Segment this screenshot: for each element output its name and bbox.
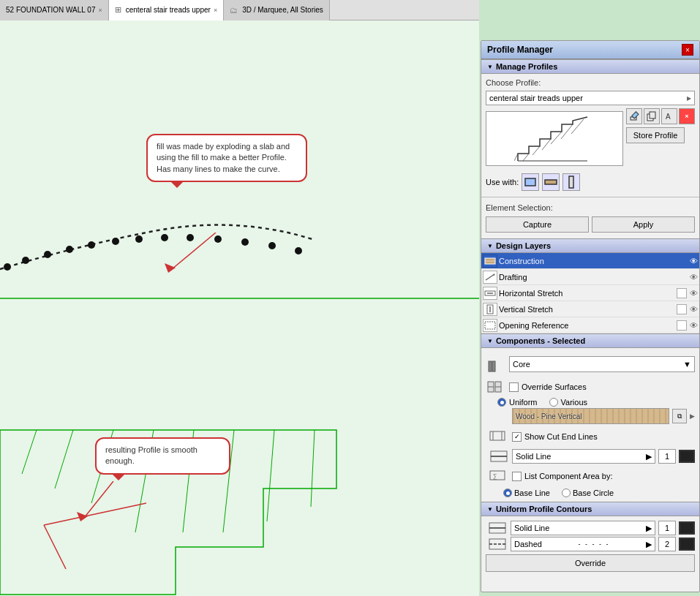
profile-dropdown[interactable]: centeral stair treads upper ▶ <box>486 91 695 105</box>
check-hstretch[interactable] <box>677 288 687 298</box>
svg-rect-73 <box>680 539 693 549</box>
solid-line-end <box>679 450 695 463</box>
override-surfaces-icon-space <box>486 377 506 396</box>
preview-section: A × Store Profile <box>486 108 695 169</box>
cut-end-icon-space <box>489 427 509 446</box>
svg-rect-44 <box>569 176 573 188</box>
base-line-radio[interactable] <box>503 489 512 497</box>
layer-row-hstretch[interactable]: Horizontal Stretch 👁 <box>481 285 699 301</box>
override-button[interactable]: Override <box>486 554 695 572</box>
use-with-row: Use with: <box>486 172 695 192</box>
contours-body: Solid Line ▶ 1 Dashed - - - - - ▶ <box>481 516 699 578</box>
choose-profile-label: Choose Profile: <box>486 78 541 87</box>
layer-row-opening[interactable]: Opening Reference 👁 <box>481 317 699 333</box>
check-opening[interactable] <box>677 320 687 331</box>
svg-rect-43 <box>545 180 557 184</box>
base-radio-row: Base Line Base Circle <box>486 489 695 497</box>
tab-foundation[interactable]: 52 FOUNDATION WALL 07 × <box>0 0 109 20</box>
eye-vstretch[interactable]: 👁 <box>690 305 698 314</box>
wood-copy-btn[interactable]: ⧉ <box>672 409 687 423</box>
solid-line-row: Solid Line ▶ 1 <box>486 449 695 464</box>
choose-profile-label-row: Choose Profile: <box>486 77 695 88</box>
uniform-label: Uniform <box>509 398 538 407</box>
rename-icon-btn[interactable]: A <box>661 108 677 124</box>
solid-line-dropdown[interactable]: Solid Line ▶ <box>512 449 655 464</box>
section-components: ▼ Components - Selected <box>481 333 699 348</box>
components-triangle: ▼ <box>487 338 493 344</box>
callout-resulting-text: resulting Profile is smooth enough. <box>105 445 197 465</box>
eye-opening[interactable]: 👁 <box>690 321 698 330</box>
list-comp-icon-space: ∑ <box>489 467 509 486</box>
tab-close-stair[interactable]: × <box>214 7 217 14</box>
wood-texture-label: Wood - Pine Vertical <box>516 412 582 420</box>
tab-stair[interactable]: ⊞ centeral stair treads upper × <box>109 0 224 20</box>
panel-close-button[interactable]: × <box>682 44 693 56</box>
edit-icon-btn[interactable] <box>626 108 642 124</box>
contour-dashed-dropdown[interactable]: Dashed - - - - - ▶ <box>511 537 655 551</box>
copy-icon-btn[interactable] <box>644 108 660 124</box>
svg-point-12 <box>268 242 276 249</box>
svg-point-1 <box>4 263 11 271</box>
show-cut-end-checkbox[interactable] <box>512 432 522 442</box>
base-circle-radio[interactable] <box>562 489 571 497</box>
layer-row-vstretch[interactable]: Vertical Stretch 👁 <box>481 301 699 317</box>
layer-name-hstretch: Horizontal Stretch <box>499 289 675 298</box>
layer-row-construction[interactable]: Construction 👁 <box>481 253 699 269</box>
drawing-area: fill was made by exploding a slab and us… <box>0 20 479 596</box>
layer-icon-construction <box>483 254 497 268</box>
solid-line-icon <box>489 449 509 464</box>
section-label-components: Components - Selected <box>496 336 585 345</box>
element-selection-label-row: Element Selection: <box>486 202 695 214</box>
eye-hstretch[interactable]: 👁 <box>690 289 698 298</box>
svg-text:A: A <box>666 113 671 121</box>
layer-row-drafting[interactable]: Drafting 👁 <box>481 269 699 285</box>
svg-point-6 <box>112 238 119 245</box>
eye-construction[interactable]: 👁 <box>690 257 698 265</box>
use-with-column-icon[interactable] <box>562 173 580 191</box>
various-radio[interactable] <box>549 398 558 407</box>
capture-label: Capture <box>523 220 552 229</box>
svg-line-47 <box>486 274 494 280</box>
svg-rect-38 <box>632 112 639 118</box>
apply-button[interactable]: Apply <box>592 216 695 233</box>
wood-texture-display: Wood - Pine Vertical <box>512 408 669 424</box>
tab-3d[interactable]: 🗂 3D / Marquee, All Stories <box>224 0 330 20</box>
override-surfaces-checkbox[interactable] <box>509 382 519 392</box>
eye-drafting[interactable]: 👁 <box>690 273 698 282</box>
store-profile-button[interactable]: Store Profile <box>626 127 685 143</box>
list-comp-checkbox[interactable] <box>512 472 522 481</box>
stair-preview-svg <box>514 113 595 165</box>
profile-dropdown-arrow: ▶ <box>687 95 691 102</box>
contour-solid-dropdown[interactable]: Solid Line ▶ <box>511 521 655 535</box>
svg-point-4 <box>66 246 73 253</box>
capture-apply-row: Capture Apply <box>486 216 695 233</box>
section-uniform-contours: ▼ Uniform Profile Contours <box>481 502 699 516</box>
svg-point-7 <box>135 235 143 243</box>
callout-fill: fill was made by exploding a slab and us… <box>146 134 307 182</box>
use-with-wall-icon[interactable] <box>522 173 539 191</box>
tab-close-foundation[interactable]: × <box>98 7 102 14</box>
delete-icon-btn[interactable]: × <box>679 108 695 124</box>
contour-solid-number: 1 <box>658 521 676 535</box>
list-comp-area-row: ∑ List Component Area by: <box>486 467 695 486</box>
panel-header: Profile Manager × <box>481 41 699 59</box>
manage-profiles-body: Choose Profile: centeral stair treads up… <box>481 74 699 195</box>
override-surfaces-label: Override Surfaces <box>522 382 587 391</box>
capture-button[interactable]: Capture <box>486 216 589 233</box>
layer-name-vstretch: Vertical Stretch <box>499 305 675 314</box>
check-vstretch[interactable] <box>677 304 687 314</box>
various-label: Various <box>561 398 587 407</box>
use-with-beam-icon[interactable] <box>542 173 560 191</box>
solid-line-label: Solid Line <box>516 452 551 461</box>
profile-dropdown-row[interactable]: centeral stair treads upper ▶ <box>486 91 695 105</box>
apply-label: Apply <box>633 220 654 229</box>
solid-line-arrow: ▶ <box>646 452 652 461</box>
uniform-radio[interactable] <box>497 398 506 407</box>
contour-solid-row: Solid Line ▶ 1 <box>486 521 695 535</box>
section-label-manage: Manage Profiles <box>496 62 557 71</box>
contour-dashed-row: Dashed - - - - - ▶ 2 <box>486 537 695 551</box>
tab-label: 52 FOUNDATION WALL 07 <box>6 6 95 14</box>
section-manage-profiles: ▼ Manage Profiles <box>481 59 699 74</box>
show-cut-end-label: Show Cut End Lines <box>524 432 598 441</box>
components-value-dropdown[interactable]: Core ▼ <box>509 356 695 372</box>
